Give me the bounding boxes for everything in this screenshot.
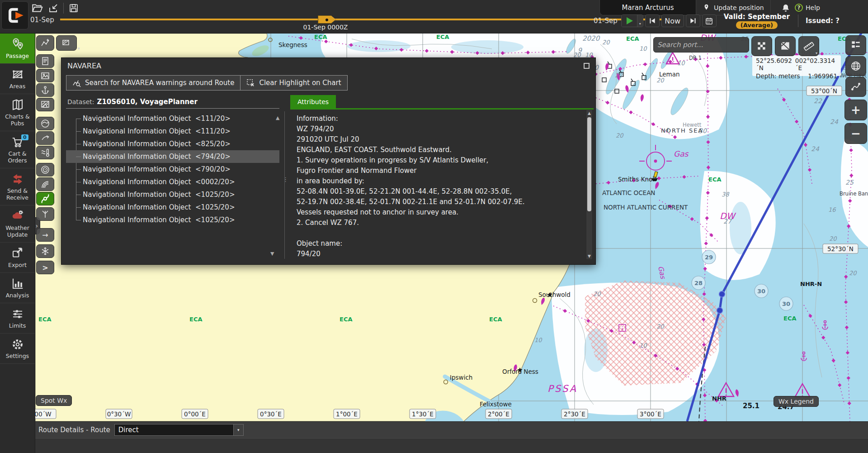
- hazard-area-layer-button[interactable]: [36, 98, 54, 111]
- route-edit-button[interactable]: [845, 77, 866, 97]
- chart-select-button[interactable]: [775, 36, 796, 56]
- wave-layer-button[interactable]: [36, 117, 54, 130]
- sidebar-item-weather[interactable]: Weather Update: [0, 205, 35, 243]
- chart-boundaries-button[interactable]: [751, 36, 772, 56]
- notifications-button[interactable]: [780, 3, 791, 14]
- question-icon: ?: [795, 4, 803, 12]
- chart-view[interactable]: ECAECAECAECAECAECAECAECAECAECA 202020920…: [35, 33, 868, 421]
- navarea-list-item[interactable]: Navigational Information Object <1025/20…: [66, 188, 279, 201]
- scroll-up-arrow[interactable]: ▲: [586, 111, 592, 115]
- play-options-dropdown[interactable]: ▾: [637, 15, 643, 27]
- anchor-layer-button[interactable]: [36, 83, 54, 97]
- now-button[interactable]: Now: [661, 14, 684, 27]
- route-waypoint[interactable]: [719, 291, 725, 297]
- measure-dropdown-chevron[interactable]: ▾: [816, 51, 817, 55]
- app-logo-icon: [5, 5, 25, 25]
- list-scroll-up[interactable]: ▲: [276, 115, 279, 121]
- ice-layer-button[interactable]: [36, 244, 54, 258]
- wx-legend-button[interactable]: Wx Legend: [774, 396, 819, 407]
- save-button[interactable]: [67, 2, 80, 14]
- svg-text:1°30´E: 1°30´E: [412, 410, 434, 418]
- timeline-slider[interactable]: [60, 15, 678, 24]
- search-route-icon: [72, 79, 81, 87]
- sidebar-item-analysis[interactable]: Analysis: [0, 273, 35, 303]
- pressure-layer-button[interactable]: [36, 163, 54, 176]
- notes-layer-button[interactable]: [36, 54, 54, 68]
- navarea-list-item[interactable]: Navigational Information Object <790/20>: [66, 163, 279, 176]
- svg-text:Felixstowe: Felixstowe: [480, 401, 512, 408]
- navarea-list-item[interactable]: Navigational Information Object <825/20>: [66, 138, 279, 150]
- projection-globe-button[interactable]: [845, 56, 866, 76]
- legend-button[interactable]: [845, 35, 866, 55]
- list-scroll-down[interactable]: ▼: [270, 251, 274, 257]
- dialog-minimize-button[interactable]: [584, 63, 590, 69]
- area-tool-dropdown[interactable]: ▾: [78, 46, 80, 51]
- clear-highlight-button[interactable]: Clear Highlight on Chart: [240, 75, 347, 91]
- app-logo[interactable]: [1, 1, 28, 29]
- route-select-value: Direct: [115, 426, 233, 434]
- scroll-down-arrow[interactable]: ▼: [586, 254, 592, 258]
- cursor-position-box: 52°25.6092´N002°02.3314´E Depth: meters1…: [752, 55, 841, 76]
- svg-text:ECA: ECA: [708, 176, 721, 183]
- svg-text:0°00´E: 0°00´E: [184, 410, 206, 418]
- measure-button[interactable]: ▾: [798, 36, 819, 56]
- attributes-scrollbar[interactable]: ▲ ▼: [586, 110, 593, 260]
- import-button[interactable]: [47, 2, 60, 14]
- navarea-list-item[interactable]: Navigational Information Object <111/20>: [66, 125, 279, 138]
- calendar-button[interactable]: [702, 14, 717, 27]
- svg-text:24: 24: [830, 118, 839, 125]
- search-navarea-button[interactable]: Search for NAVAREA warnings around Route: [66, 75, 241, 91]
- scroll-thumb[interactable]: [587, 117, 591, 211]
- drift-layer-button[interactable]: →: [36, 228, 54, 242]
- sidebar-item-cart[interactable]: 0Cart & Orders: [0, 131, 35, 168]
- vessel-name-field[interactable]: Maran Arcturus: [600, 0, 696, 15]
- spot-wx-button[interactable]: Spot Wx: [36, 395, 72, 406]
- image-layer-button[interactable]: [36, 69, 54, 82]
- pane-splitter[interactable]: [284, 111, 285, 259]
- route-select[interactable]: Direct ▾: [114, 424, 244, 436]
- svg-text:25.1: 25.1: [743, 402, 760, 410]
- sidebar-item-export[interactable]: Export: [0, 243, 35, 273]
- route-create-tool-button[interactable]: [36, 35, 54, 51]
- route-waypoint[interactable]: [717, 308, 723, 314]
- dataset-label: Dataset:Z10S6010, VoyagePlanner: [67, 98, 198, 106]
- open-voyage-button[interactable]: [31, 2, 43, 14]
- wind-layer-button[interactable]: [36, 207, 54, 221]
- navarea-list-item[interactable]: Navigational Information Object <1025/20…: [66, 214, 279, 226]
- attributes-tab[interactable]: Attributes: [290, 95, 336, 108]
- sidebar-item-limits[interactable]: Limits: [0, 303, 35, 334]
- navarea-list-item[interactable]: Navigational Information Object <111/20>: [66, 112, 279, 125]
- play-button[interactable]: ▾: [621, 14, 643, 27]
- sidebar-item-passage[interactable]: Passage: [0, 33, 35, 64]
- sidebar-item-charts[interactable]: Charts & Pubs: [0, 94, 35, 131]
- sidebar-item-send[interactable]: Send & Receive: [0, 168, 35, 205]
- expand-tools-button[interactable]: >: [36, 261, 54, 274]
- sidebar-item-settings[interactable]: Settings: [0, 334, 35, 364]
- current-layer-button[interactable]: [36, 131, 54, 145]
- sea-temp-layer-button[interactable]: [36, 146, 54, 159]
- route-select-chevron[interactable]: ▾: [233, 424, 243, 435]
- navarea-list-item[interactable]: Navigational Information Object <794/20>: [66, 150, 279, 163]
- tropical-storm-layer-button[interactable]: [36, 192, 54, 205]
- navarea-dialog[interactable]: NAVAREA Search for NAVAREA warnings arou…: [61, 57, 596, 265]
- splitter-grip[interactable]: ⋮: [283, 177, 288, 181]
- bell-icon: [780, 3, 791, 14]
- swell-layer-button[interactable]: [36, 177, 54, 191]
- zoom-out-button[interactable]: −: [844, 123, 867, 144]
- map-pin-icon: [703, 4, 710, 11]
- navarea-list-item[interactable]: Navigational Information Object <1025/20…: [66, 201, 279, 214]
- settings-icon: [11, 338, 24, 351]
- zoom-in-button[interactable]: +: [844, 100, 867, 120]
- search-input[interactable]: [657, 41, 745, 49]
- dialog-title[interactable]: NAVAREA: [67, 62, 101, 70]
- dataset-value: Z10S6010, VoyagePlanner: [97, 98, 198, 106]
- skip-to-end-button[interactable]: [686, 14, 700, 27]
- area-create-tool-button[interactable]: [56, 35, 77, 51]
- sidebar-item-areas[interactable]: Areas: [0, 64, 35, 94]
- port-search[interactable]: [653, 37, 749, 52]
- skip-to-start-button[interactable]: [645, 14, 660, 27]
- help-button[interactable]: ? Help: [795, 4, 820, 12]
- navarea-list-item[interactable]: Navigational Information Object <0002/20…: [66, 176, 279, 188]
- timeline-handle[interactable]: [318, 15, 336, 24]
- skip-end-icon: [689, 17, 697, 24]
